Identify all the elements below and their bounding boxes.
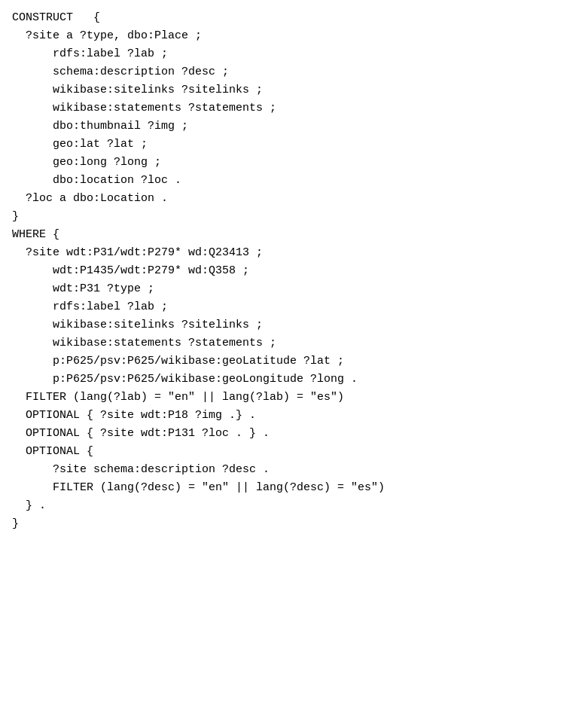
sparql-code-block: CONSTRUCT { ?site a ?type, dbo:Place ; r… (12, 9, 576, 533)
